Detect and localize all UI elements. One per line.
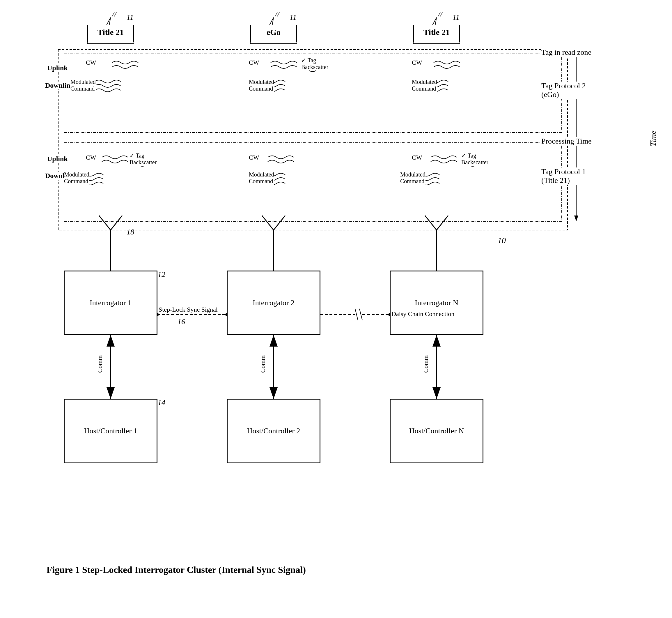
tag3-label: Title 21 xyxy=(423,28,450,37)
ref-16: 16 xyxy=(177,317,185,326)
svg-line-18 xyxy=(432,17,436,26)
tag3-box: Title 21 xyxy=(413,25,460,42)
ref-14: 14 xyxy=(158,398,165,407)
tag1-label: Title 21 xyxy=(98,28,124,37)
svg-line-29 xyxy=(274,215,285,230)
interrogator-n-box: Interrogator N xyxy=(390,271,483,335)
host-controller-2-box: Host/Controller 2 xyxy=(227,399,320,463)
svg-line-26 xyxy=(111,215,122,230)
processing-time: Processing Time xyxy=(541,137,592,145)
main-container: // // // xyxy=(0,0,672,618)
uplink-label-upper: Uplink xyxy=(47,64,68,72)
tag1-box: Title 21 xyxy=(87,25,134,42)
ref-11-2: 11 xyxy=(290,13,296,22)
figure-caption: Figure 1 Step-Locked Interrogator Cluste… xyxy=(46,564,306,575)
mod-cmd-lower-1: ModulatedCommand xyxy=(64,171,89,185)
tag-protocol-1: Tag Protocol 1(Title 21) xyxy=(541,168,586,185)
ref-10: 10 xyxy=(498,236,506,245)
interrogator-2-label: Interrogator 2 xyxy=(253,299,294,307)
tag-backscatter-lower-3: ✓ TagBackscatter xyxy=(461,152,488,166)
interrogator-1-box: Interrogator 1 xyxy=(64,271,157,335)
svg-line-16 xyxy=(272,17,274,26)
step-lock-sync-label: Step-Lock Sync Signal xyxy=(159,306,218,313)
svg-line-32 xyxy=(436,215,448,230)
cw-lower-3: CW xyxy=(412,154,422,161)
ref-11-3: 11 xyxy=(452,13,459,22)
mod-cmd-upper-2: ModulatedCommand xyxy=(249,79,274,92)
svg-rect-6 xyxy=(58,49,567,230)
svg-line-46 xyxy=(355,309,358,320)
interrogator-1-label: Interrogator 1 xyxy=(90,299,132,307)
tag2-box: eGo xyxy=(250,25,297,42)
svg-text://: // xyxy=(112,10,117,19)
svg-marker-44 xyxy=(224,313,227,316)
ref-12: 12 xyxy=(158,270,165,279)
svg-text://: // xyxy=(437,10,443,19)
tag-protocol-2: Tag Protocol 2(eGo) xyxy=(541,82,586,99)
svg-line-25 xyxy=(99,215,111,230)
interrogator-2-box: Interrogator 2 xyxy=(227,271,320,335)
ref-18: 18 xyxy=(127,228,134,236)
tag-bs-check: ✓ TagBackscatter xyxy=(301,57,328,70)
svg-line-13 xyxy=(109,17,111,26)
mod-cmd-lower-3: ModulatedCommand xyxy=(400,171,425,185)
cw-upper-2: CW xyxy=(249,59,259,67)
tag2-label: eGo xyxy=(267,28,281,37)
cw-lower-1: CW xyxy=(86,154,96,161)
mod-cmd-upper-3: ModulatedCommand xyxy=(412,79,437,92)
host-controller-n-label: Host/Controller N xyxy=(409,427,464,435)
mod-cmd-upper-1: ModulatedCommand xyxy=(71,79,96,92)
interrogator-n-label: Interrogator N xyxy=(415,299,458,307)
ref-11-1: 11 xyxy=(127,13,134,22)
svg-text://: // xyxy=(274,10,280,19)
downlink-label-upper: Downlink xyxy=(45,82,74,89)
svg-line-31 xyxy=(425,215,436,230)
svg-line-47 xyxy=(360,309,362,320)
time-label: Time xyxy=(648,130,658,146)
cw-upper-3: CW xyxy=(412,59,422,67)
comm-label-n: Comm xyxy=(422,355,430,373)
comm-label-2: Comm xyxy=(259,355,267,373)
time-axis: Time xyxy=(648,54,658,223)
tag-backscatter-lower-1: ✓ TagBackscatter xyxy=(130,152,157,166)
svg-line-28 xyxy=(262,215,274,230)
mod-cmd-lower-2: ModulatedCommand xyxy=(249,171,274,185)
svg-line-19 xyxy=(435,17,436,26)
tag-in-read-zone: Tag in read zone xyxy=(541,48,591,57)
svg-marker-49 xyxy=(387,313,390,316)
cw-upper-1: CW xyxy=(86,59,96,67)
host-controller-n-box: Host/Controller N xyxy=(390,399,483,463)
daisy-chain-label: Daisy Chain Connection xyxy=(391,310,454,318)
host-controller-1-box: Host/Controller 1 xyxy=(64,399,157,463)
svg-line-12 xyxy=(106,17,111,26)
host-controller-2-label: Host/Controller 2 xyxy=(247,427,300,435)
svg-line-15 xyxy=(269,17,274,26)
uplink-label-lower: Uplink xyxy=(47,155,68,163)
host-controller-1-label: Host/Controller 1 xyxy=(84,427,137,435)
cw-lower-2: CW xyxy=(249,154,259,161)
diagram-area: // // // xyxy=(23,9,658,591)
tag-backscatter-upper: ✓ TagBackscatter xyxy=(301,57,328,71)
comm-label-1: Comm xyxy=(96,355,104,373)
